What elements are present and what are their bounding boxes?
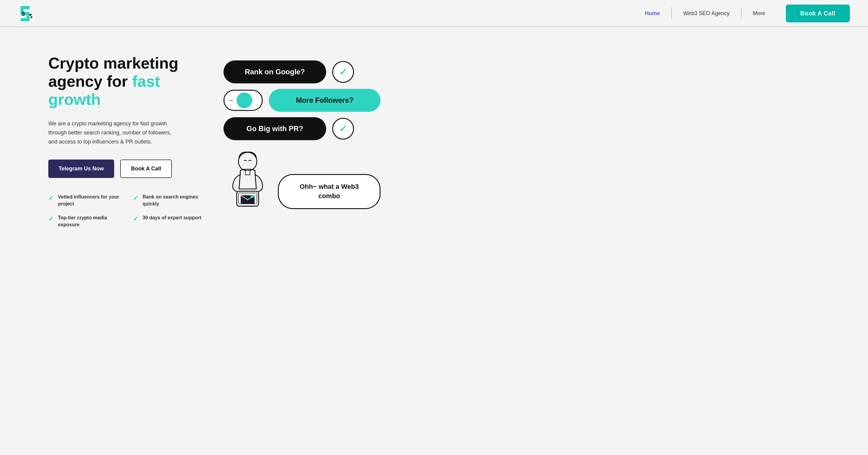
svg-rect-10 — [27, 18, 30, 21]
feature-text-4: 30 days of expert support — [143, 214, 202, 221]
svg-point-14 — [239, 152, 257, 171]
header: S Home Web3 SEO Agency More Book A Call — [0, 0, 868, 27]
pr-check: ✓ — [332, 118, 354, 140]
hero-section: Crypto marketing agency for fast growth … — [0, 27, 868, 454]
header-book-call-button[interactable]: Book A Call — [786, 4, 850, 22]
svg-rect-7 — [27, 15, 30, 18]
check-icon-4: ✓ — [133, 215, 138, 223]
rank-google-pill: Rank on Google? — [223, 60, 326, 83]
check-icon-3: ✓ — [48, 215, 54, 223]
svg-text:S: S — [22, 11, 25, 17]
check-icon-1: ✓ — [48, 194, 54, 202]
feature-item-3: ✓ Top-tier crypto media exposure — [48, 214, 121, 228]
svg-point-19 — [251, 194, 254, 198]
character-illustration — [223, 149, 272, 209]
telegram-button[interactable]: Telegram Us Now — [48, 159, 114, 178]
nav-more[interactable]: More — [744, 8, 774, 19]
logo-area: S — [18, 4, 36, 22]
svg-rect-0 — [21, 6, 24, 9]
illustration-row: Ohh~ what a Web3 combo — [223, 149, 380, 209]
followers-row: → More Followers? — [223, 89, 380, 112]
feature-item-4: ✓ 30 days of expert support — [133, 214, 205, 228]
svg-rect-1 — [24, 6, 27, 9]
feature-item-2: ✓ Rank on search engines quickly — [133, 194, 205, 207]
check-icon-2: ✓ — [133, 194, 138, 202]
svg-rect-8 — [21, 18, 24, 21]
more-followers-pill: More Followers? — [269, 89, 380, 112]
logo-icon: S — [18, 4, 36, 22]
feature-item-1: ✓ Vetted influencers for your project — [48, 194, 121, 207]
arrow-icon: → — [227, 96, 234, 104]
hero-description: We are a crypto marketing agency for fas… — [48, 119, 178, 146]
svg-rect-2 — [27, 6, 30, 9]
toggle-dot — [237, 92, 252, 108]
svg-rect-9 — [24, 18, 27, 21]
feature-text-3: Top-tier crypto media exposure — [58, 214, 121, 228]
speech-bubble: Ohh~ what a Web3 combo — [278, 174, 380, 209]
svg-rect-6 — [27, 12, 30, 15]
feature-text-2: Rank on search engines quickly — [143, 194, 205, 207]
hero-left: Crypto marketing agency for fast growth … — [48, 51, 205, 228]
rank-google-check: ✓ — [332, 61, 354, 83]
svg-rect-15 — [245, 171, 250, 175]
cta-buttons: Telegram Us Now Book A Call — [48, 159, 205, 178]
main-nav: Home Web3 SEO Agency More — [637, 7, 774, 19]
pr-row: Go Big with PR? ✓ — [223, 117, 380, 140]
rank-google-row: Rank on Google? ✓ — [223, 60, 380, 83]
book-call-button[interactable]: Book A Call — [120, 159, 172, 178]
feature-text-1: Vetted influencers for your project — [58, 194, 121, 207]
svg-rect-12 — [30, 16, 32, 18]
svg-rect-11 — [29, 13, 32, 16]
features-grid: ✓ Vetted influencers for your project ✓ … — [48, 194, 205, 228]
go-big-pr-pill: Go Big with PR? — [223, 117, 326, 140]
toggle-control[interactable]: → — [223, 90, 263, 111]
hero-right: Rank on Google? ✓ → More Followers? Go B… — [223, 51, 380, 209]
nav-home[interactable]: Home — [637, 8, 669, 19]
hero-title: Crypto marketing agency for fast growth — [48, 54, 205, 109]
nav-web3[interactable]: Web3 SEO Agency — [675, 8, 738, 19]
